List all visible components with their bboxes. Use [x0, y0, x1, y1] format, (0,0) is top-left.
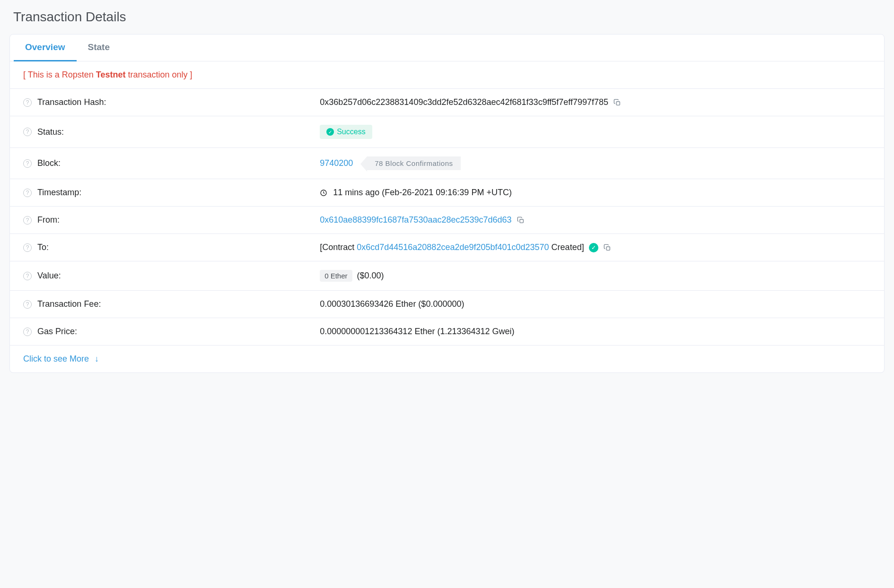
- label-gasprice: ? Gas Price:: [23, 327, 320, 337]
- value-txhash: 0x36b257d06c2238831409c3dd2fe52d6328aec4…: [320, 97, 871, 107]
- testnet-notice: [ This is a Ropsten Testnet transaction …: [10, 61, 884, 89]
- help-icon[interactable]: ?: [23, 98, 32, 107]
- tab-overview[interactable]: Overview: [14, 35, 77, 61]
- to-address-link[interactable]: 0x6cd7d44516a20882cea2de9f205bf401c0d235…: [357, 242, 549, 252]
- notice-suffix: transaction only ]: [125, 70, 192, 79]
- see-more-row: Click to see More ↓: [10, 346, 884, 372]
- label-block: ? Block:: [23, 158, 320, 168]
- check-icon: ✓: [326, 128, 334, 136]
- row-gasprice: ? Gas Price: 0.000000001213364312 Ether …: [10, 318, 884, 346]
- txfee-text: 0.00030136693426 Ether ($0.000000): [320, 299, 464, 309]
- label-status-text: Status:: [37, 127, 64, 137]
- status-badge: ✓ Success: [320, 125, 372, 139]
- value-from: 0x610ae88399fc1687fa7530aac28ec2539c7d6d…: [320, 215, 871, 225]
- help-icon[interactable]: ?: [23, 243, 32, 252]
- value-ether-badge: 0 Ether: [320, 270, 352, 282]
- help-icon[interactable]: ?: [23, 272, 32, 280]
- verified-icon: ✓: [589, 243, 598, 252]
- row-value: ? Value: 0 Ether ($0.00): [10, 261, 884, 291]
- copy-icon[interactable]: [517, 216, 525, 225]
- label-from: ? From:: [23, 215, 320, 225]
- value-txfee: 0.00030136693426 Ether ($0.000000): [320, 299, 871, 309]
- to-contract-wrap: [Contract 0x6cd7d44516a20882cea2de9f205b…: [320, 242, 584, 252]
- svg-rect-3: [606, 247, 610, 250]
- help-icon[interactable]: ?: [23, 189, 32, 197]
- help-icon[interactable]: ?: [23, 159, 32, 168]
- label-value: ? Value:: [23, 271, 320, 281]
- from-address-link[interactable]: 0x610ae88399fc1687fa7530aac28ec2539c7d6d…: [320, 215, 511, 225]
- label-timestamp-text: Timestamp:: [37, 188, 81, 198]
- status-text: Success: [337, 128, 365, 136]
- label-txhash-text: Transaction Hash:: [37, 97, 106, 107]
- row-timestamp: ? Timestamp: 11 mins ago (Feb-26-2021 09…: [10, 179, 884, 207]
- block-link[interactable]: 9740200: [320, 158, 353, 168]
- label-status: ? Status:: [23, 127, 320, 137]
- label-block-text: Block:: [37, 158, 61, 168]
- copy-icon[interactable]: [613, 98, 622, 107]
- copy-icon[interactable]: [603, 243, 612, 252]
- svg-rect-2: [520, 219, 523, 223]
- arrow-down-icon[interactable]: ↓: [95, 354, 99, 364]
- help-icon[interactable]: ?: [23, 128, 32, 136]
- value-gasprice: 0.000000001213364312 Ether (1.213364312 …: [320, 327, 871, 337]
- to-suffix: Created]: [549, 242, 584, 252]
- label-value-text: Value:: [37, 271, 61, 281]
- row-block: ? Block: 9740200 78 Block Confirmations: [10, 148, 884, 179]
- value-usd: ($0.00): [357, 271, 384, 281]
- page-title: Transaction Details: [9, 9, 885, 25]
- to-prefix: [Contract: [320, 242, 357, 252]
- label-txfee: ? Transaction Fee:: [23, 299, 320, 309]
- value-status: ✓ Success: [320, 125, 871, 139]
- row-txhash: ? Transaction Hash: 0x36b257d06c22388314…: [10, 89, 884, 116]
- gasprice-text: 0.000000001213364312 Ether (1.213364312 …: [320, 327, 514, 337]
- value-to: [Contract 0x6cd7d44516a20882cea2de9f205b…: [320, 242, 871, 252]
- row-status: ? Status: ✓ Success: [10, 116, 884, 148]
- label-to-text: To:: [37, 242, 49, 252]
- label-from-text: From:: [37, 215, 60, 225]
- timestamp-text: 11 mins ago (Feb-26-2021 09:16:39 PM +UT…: [333, 188, 512, 198]
- value-block: 9740200 78 Block Confirmations: [320, 156, 871, 170]
- row-txfee: ? Transaction Fee: 0.00030136693426 Ethe…: [10, 291, 884, 318]
- clock-icon: [320, 189, 327, 197]
- help-icon[interactable]: ?: [23, 300, 32, 309]
- notice-bold: Testnet: [96, 70, 126, 79]
- tabs-container: Overview State: [10, 35, 884, 61]
- svg-rect-0: [616, 102, 620, 105]
- confirmations-badge: 78 Block Confirmations: [367, 156, 460, 170]
- label-timestamp: ? Timestamp:: [23, 188, 320, 198]
- value-value: 0 Ether ($0.00): [320, 270, 871, 282]
- help-icon[interactable]: ?: [23, 328, 32, 336]
- row-from: ? From: 0x610ae88399fc1687fa7530aac28ec2…: [10, 207, 884, 234]
- label-txhash: ? Transaction Hash:: [23, 97, 320, 107]
- tab-state[interactable]: State: [77, 35, 121, 61]
- label-to: ? To:: [23, 242, 320, 252]
- label-gasprice-text: Gas Price:: [37, 327, 77, 337]
- value-timestamp: 11 mins ago (Feb-26-2021 09:16:39 PM +UT…: [320, 188, 871, 198]
- help-icon[interactable]: ?: [23, 216, 32, 225]
- transaction-card: Overview State [ This is a Ropsten Testn…: [9, 34, 885, 373]
- notice-prefix: [ This is a Ropsten: [23, 70, 96, 79]
- label-txfee-text: Transaction Fee:: [37, 299, 101, 309]
- row-to: ? To: [Contract 0x6cd7d44516a20882cea2de…: [10, 234, 884, 261]
- txhash-text: 0x36b257d06c2238831409c3dd2fe52d6328aec4…: [320, 97, 608, 107]
- see-more-link[interactable]: Click to see More: [23, 354, 89, 364]
